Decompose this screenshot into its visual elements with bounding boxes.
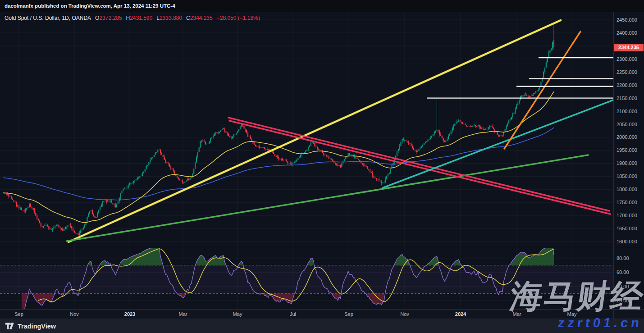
trendline-support-green[interactable] — [67, 155, 588, 241]
time-tick-label: Nov — [400, 311, 409, 317]
time-tick-label: Jul — [290, 311, 296, 317]
footer-bar: TradingView — [0, 319, 644, 333]
price-tick-label: 1950.000 — [617, 147, 637, 153]
time-tick-label: Sep — [14, 311, 23, 317]
time-tick-label: 2024 — [455, 311, 466, 317]
trendline-downtrend-crimson-upper[interactable] — [228, 118, 609, 211]
price-tick-label: 1750.000 — [617, 199, 637, 205]
price-tick-label: 1850.000 — [617, 173, 637, 179]
trendline-uptrend-teal[interactable] — [383, 100, 613, 188]
time-tick-label: Nov — [70, 311, 79, 317]
price-tick-label: 2200.000 — [617, 82, 637, 88]
tradingview-logo-icon[interactable] — [5, 323, 14, 329]
time-tick-label: 2023 — [124, 311, 135, 317]
ohlc-close: C2344.235 — [186, 15, 213, 21]
change-value: −28.050 (−1.18%) — [217, 15, 260, 21]
price-tick-label: 2100.000 — [617, 108, 637, 114]
tradingview-brand-text[interactable]: TradingView — [18, 323, 56, 330]
price-tick-label: 1650.000 — [617, 225, 637, 232]
watermark-chinese: 海马财经 — [508, 279, 644, 314]
drawings-layer[interactable] — [67, 20, 613, 242]
symbol-title[interactable]: Gold Spot / U.S. Dollar, 1D, OANDA — [5, 15, 91, 21]
price-tick-label: 2000.000 — [617, 134, 637, 140]
trendline-uptrend-orange[interactable] — [504, 32, 580, 149]
trendline-downtrend-crimson-lower[interactable] — [229, 121, 610, 214]
price-tick-label: 2250.000 — [617, 69, 637, 75]
time-tick-label: Sep — [344, 311, 353, 317]
last-price-badge: 2344.235 — [614, 44, 644, 51]
ohlc-open: O2372.285 — [95, 15, 122, 21]
price-tick-label: 1600.000 — [617, 238, 637, 245]
price-tick-label: 2400.000 — [617, 30, 637, 36]
ohlc-high: H2431.590 — [126, 15, 152, 21]
trendline-uptrend-yellow[interactable] — [69, 20, 561, 242]
price-tick-label: 2300.000 — [617, 56, 637, 62]
rsi-tick-label: 80.00 — [617, 255, 629, 261]
price-tick-label: 1700.000 — [617, 212, 637, 219]
candles-layer — [3, 25, 554, 237]
rsi-tick-label: 60.00 — [617, 269, 629, 275]
time-tick-label: May — [233, 311, 242, 317]
price-tick-label: 2050.000 — [617, 121, 637, 128]
price-tick-label: 1800.000 — [617, 186, 637, 192]
time-tick-label: Mar — [179, 311, 187, 317]
symbol-legend: Gold Spot / U.S. Dollar, 1D, OANDA O2372… — [5, 15, 260, 21]
price-tick-label: 2150.000 — [617, 95, 637, 101]
tradingview-published-chart: dacolmanfx published on TradingView.com,… — [0, 0, 644, 333]
price-tick-label: 2450.000 — [617, 17, 637, 23]
ohlc-low: L2333.880 — [156, 15, 182, 21]
watermark-url: zzrt01.cn — [557, 316, 644, 330]
price-tick-label: 1900.000 — [617, 160, 637, 166]
